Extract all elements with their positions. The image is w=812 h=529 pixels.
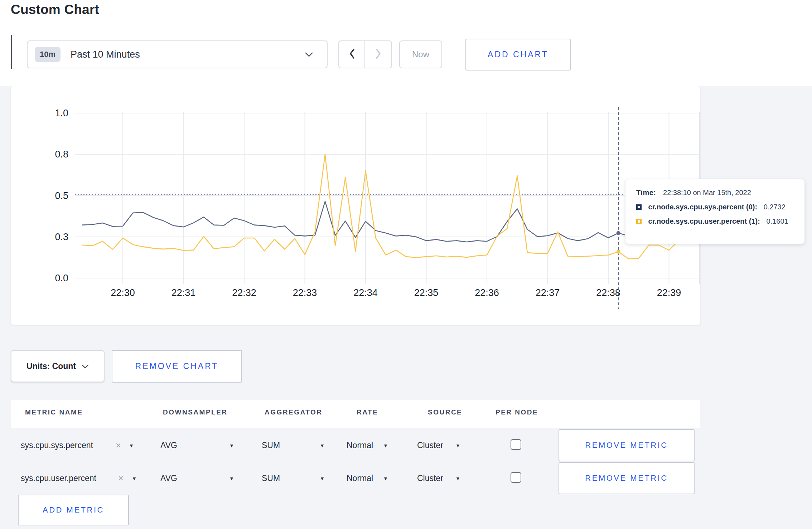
now-button-label: Now [412,49,429,59]
custom-chart-page: Custom Chart 10m Past 10 Minutes Now ADD… [0,0,812,529]
svg-text:22:34: 22:34 [353,287,378,298]
timeseries-chart[interactable]: 0.00.30.50.81.022:3022:3122:3222:3322:34… [11,86,701,325]
svg-text:22:33: 22:33 [293,287,317,298]
chart-card: 0.00.30.50.81.022:3022:3122:3222:3322:34… [11,86,700,325]
time-window-label: Past 10 Minutes [71,49,140,60]
remove-metric-button[interactable]: REMOVE METRIC [559,462,695,494]
remove-metric-label: REMOVE METRIC [585,474,668,483]
remove-metric-label: REMOVE METRIC [585,441,668,450]
caret-down-icon[interactable]: ▼ [455,476,460,481]
metric-row: sys.cpu.user.percent × ▼ AVG ▼ SUM ▼ Nor… [0,462,812,495]
add-metric-label: ADD METRIC [43,505,104,515]
aggregator-select[interactable]: SUM [262,441,280,450]
previous-timespan-button[interactable] [339,41,365,68]
units-dropdown[interactable]: Units: Count [11,350,105,382]
svg-text:0.8: 0.8 [55,149,68,160]
remove-metric-button[interactable]: REMOVE METRIC [559,429,695,461]
tooltip-series-user-value: 0.1601 [766,217,788,225]
col-metric-name: METRIC NAME [25,408,83,416]
tooltip-time-label: Time: [636,189,656,196]
chevron-down-icon [82,361,89,371]
aggregator-select[interactable]: SUM [262,474,280,483]
next-timespan-button[interactable] [365,41,391,68]
caret-down-icon[interactable]: ▼ [229,443,234,448]
per-node-checkbox[interactable] [511,439,521,450]
tooltip-series-user-label: cr.node.sys.cpu.user.percent (1): [648,217,760,225]
caret-down-icon[interactable]: ▼ [132,476,137,481]
caret-down-icon[interactable]: ▼ [320,443,325,448]
caret-down-icon[interactable]: ▼ [229,476,234,481]
source-select[interactable]: Cluster [417,441,443,450]
time-window-badge: 10m [35,47,61,62]
downsampler-select[interactable]: AVG [160,441,177,450]
chevron-left-icon [348,48,356,61]
svg-text:22:38: 22:38 [596,287,620,298]
svg-text:22:35: 22:35 [414,287,439,298]
caret-down-icon[interactable]: ▼ [383,476,388,481]
caret-down-icon[interactable]: ▼ [320,476,325,481]
remove-tag-icon[interactable]: × [116,440,121,451]
time-pager [338,40,392,68]
svg-text:22:31: 22:31 [171,287,196,298]
chevron-right-icon [375,48,382,61]
caret-down-icon[interactable]: ▼ [455,443,460,448]
col-per-node: PER NODE [496,408,538,416]
svg-text:0.3: 0.3 [55,232,68,242]
tooltip-time-value: 22:38:10 on Mar 15th, 2022 [663,189,751,196]
downsampler-select[interactable]: AVG [160,474,177,483]
col-source: SOURCE [428,408,462,416]
remove-chart-label: REMOVE CHART [135,361,219,371]
time-range-dropdown[interactable]: 10m Past 10 Minutes [27,40,328,68]
page-title: Custom Chart [11,2,99,17]
svg-text:1.0: 1.0 [55,108,68,118]
remove-chart-button[interactable]: REMOVE CHART [112,350,242,383]
svg-text:22:39: 22:39 [657,287,681,298]
chart-tooltip: Time: 22:38:10 on Mar 15th, 2022 cr.node… [625,179,805,244]
metric-name-value[interactable]: sys.cpu.user.percent [21,474,96,483]
svg-text:22:36: 22:36 [475,287,499,298]
add-metric-button[interactable]: ADD METRIC [18,495,129,525]
add-chart-label: ADD CHART [488,50,548,59]
series-user-swatch-icon [636,219,642,224]
metric-name-value[interactable]: sys.cpu.sys.percent [21,441,93,450]
rate-select[interactable]: Normal [347,474,373,483]
svg-text:0.5: 0.5 [55,190,68,201]
caret-down-icon[interactable]: ▼ [383,443,388,448]
col-downsampler: DOWNSAMPLER [163,408,228,416]
metric-row: sys.cpu.sys.percent × ▼ AVG ▼ SUM ▼ Norm… [0,429,812,462]
units-label: Units: Count [26,361,76,371]
svg-text:22:32: 22:32 [232,287,256,298]
metrics-table-header: METRIC NAME DOWNSAMPLER AGGREGATOR RATE … [11,400,700,428]
source-select[interactable]: Cluster [417,474,443,483]
tooltip-series-sys-value: 0.2732 [764,203,786,211]
tooltip-series-sys-label: cr.node.sys.cpu.sys.percent (0): [648,203,758,211]
chevron-down-icon [305,52,313,59]
remove-tag-icon[interactable]: × [118,473,124,484]
rate-select[interactable]: Normal [347,441,373,450]
now-button[interactable]: Now [399,40,442,68]
series-sys-swatch-icon [636,204,642,210]
svg-text:22:30: 22:30 [111,287,135,298]
per-node-checkbox[interactable] [511,472,521,483]
svg-text:22:37: 22:37 [536,287,560,298]
add-chart-button[interactable]: ADD CHART [465,39,571,71]
caret-down-icon[interactable]: ▼ [129,443,134,448]
col-aggregator: AGGREGATOR [265,408,323,416]
svg-text:0.0: 0.0 [55,273,68,283]
toolbar-divider [11,35,12,69]
col-rate: RATE [357,408,378,416]
